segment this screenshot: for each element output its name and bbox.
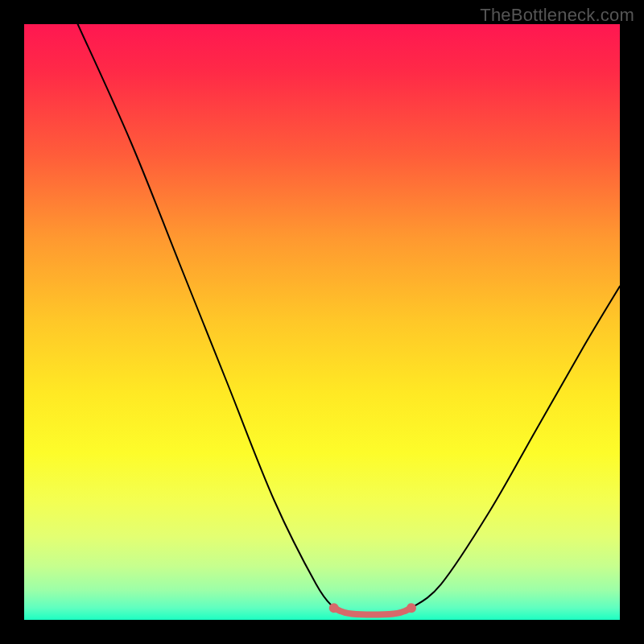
right-curve	[411, 287, 620, 609]
flat-overlay-start-dot	[329, 603, 339, 613]
flat-overlay	[334, 608, 411, 614]
attribution-label: TheBottleneck.com	[480, 5, 634, 26]
curve-layer	[24, 24, 620, 620]
flat-overlay-end-dot	[407, 603, 416, 613]
chart-container: TheBottleneck.com	[0, 0, 644, 644]
left-curve	[78, 24, 334, 608]
plot-area	[24, 24, 620, 620]
